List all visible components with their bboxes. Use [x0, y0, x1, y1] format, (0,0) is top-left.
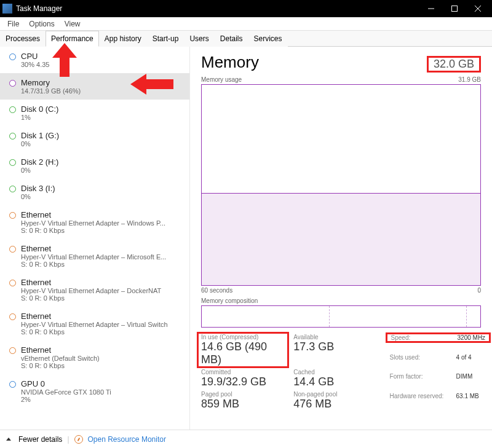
- sidebar-item-title: CPU: [21, 52, 183, 61]
- sidebar-item-gpu-0[interactable]: GPU 0NVIDIA GeForce GTX 1080 Ti2%: [0, 374, 189, 408]
- sidebar-item-title: Ethernet: [21, 244, 183, 253]
- open-resource-monitor-link[interactable]: Open Resource Monitor: [88, 435, 166, 444]
- menubar: File Options View: [0, 17, 492, 31]
- status-dot-icon: [9, 80, 16, 87]
- svg-rect-1: [452, 6, 458, 12]
- form-value: DIMM: [456, 373, 481, 391]
- status-dot-icon: [9, 246, 16, 253]
- performance-sidebar: CPU30% 4.35Memory14.7/31.9 GB (46%)Disk …: [0, 47, 190, 430]
- sidebar-item-ethernet[interactable]: EthernetHyper-V Virtual Ethernet Adapter…: [0, 239, 189, 273]
- available-value: 17.3 GB: [293, 340, 377, 353]
- separator: |: [67, 435, 69, 444]
- sidebar-item-sub: 0%: [21, 140, 183, 147]
- memory-total: 32.0 GB: [427, 56, 481, 73]
- sidebar-item-title: Ethernet: [21, 312, 183, 321]
- main: CPU30% 4.35Memory14.7/31.9 GB (46%)Disk …: [0, 47, 492, 430]
- usage-graph-max: 31.9 GB: [458, 76, 481, 83]
- form-label: Form factor:: [390, 373, 451, 391]
- slots-value: 4 of 4: [456, 354, 481, 372]
- sidebar-item-title: Ethernet: [21, 345, 183, 355]
- cached-value: 14.4 GB: [293, 375, 377, 388]
- sidebar-item-sub: 0%: [21, 193, 183, 200]
- status-dot-icon: [9, 381, 16, 388]
- sidebar-item-sub: Hyper-V Virtual Ethernet Adapter – Virtu…: [21, 321, 183, 328]
- paged-label: Paged pool: [201, 391, 285, 398]
- graph-x-right: 0: [477, 287, 481, 294]
- sidebar-item-sub2: 2%: [21, 396, 183, 403]
- sidebar-item-disk-3-i-[interactable]: Disk 3 (I:)0%: [0, 179, 189, 205]
- close-button[interactable]: [466, 0, 490, 17]
- tab-performance[interactable]: Performance: [46, 31, 99, 47]
- status-dot-icon: [9, 186, 16, 192]
- sidebar-item-title: Disk 1 (G:): [21, 131, 183, 140]
- tab-processes[interactable]: Processes: [0, 31, 46, 47]
- sidebar-item-title: Memory: [21, 78, 183, 87]
- fewer-details-link[interactable]: Fewer details: [18, 435, 62, 444]
- speed-label: Speed:: [391, 334, 453, 341]
- composition-available: [330, 306, 466, 327]
- sidebar-item-title: Ethernet: [21, 278, 183, 287]
- resource-monitor-icon: [74, 435, 83, 444]
- status-dot-icon: [9, 313, 16, 320]
- composition-inuse: [202, 306, 330, 327]
- titlebar: Task Manager: [0, 0, 492, 17]
- inuse-label: In use (Compressed): [201, 334, 285, 340]
- sidebar-item-disk-1-g-[interactable]: Disk 1 (G:)0%: [0, 126, 189, 152]
- hw-value: 63.1 MB: [456, 393, 481, 411]
- tabs: Processes Performance App history Start-…: [0, 31, 492, 47]
- tab-app-history[interactable]: App history: [99, 31, 147, 47]
- app-icon: [2, 4, 12, 14]
- status-dot-icon: [9, 280, 16, 286]
- sidebar-item-sub: vEthernet (Default Switch): [21, 355, 183, 362]
- sidebar-item-sub: 30% 4.35: [21, 61, 183, 68]
- sidebar-item-disk-2-h-[interactable]: Disk 2 (H:)0%: [0, 152, 189, 179]
- minimize-button[interactable]: [419, 0, 443, 17]
- page-title: Memory: [201, 53, 259, 72]
- sidebar-item-sub: Hyper-V Virtual Ethernet Adapter – Windo…: [21, 219, 183, 227]
- paged-value: 859 MB: [201, 398, 285, 411]
- footer: Fewer details | Open Resource Monitor: [0, 430, 492, 448]
- menu-view[interactable]: View: [60, 18, 85, 29]
- sidebar-item-title: Disk 0 (C:): [21, 104, 183, 114]
- status-dot-icon: [9, 212, 16, 219]
- sidebar-item-sub: 1%: [21, 114, 183, 121]
- sidebar-item-disk-0-c-[interactable]: Disk 0 (C:)1%: [0, 100, 189, 126]
- menu-options[interactable]: Options: [24, 18, 59, 29]
- tab-start-up[interactable]: Start-up: [147, 31, 184, 47]
- maximize-button[interactable]: [443, 0, 466, 17]
- sidebar-item-sub2: S: 0 R: 0 Kbps: [21, 294, 183, 302]
- status-dot-icon: [9, 347, 16, 354]
- sidebar-item-sub2: S: 0 R: 0 Kbps: [21, 227, 183, 234]
- tab-details[interactable]: Details: [215, 31, 248, 47]
- sidebar-item-memory[interactable]: Memory14.7/31.9 GB (46%): [0, 73, 189, 100]
- memory-details: Memory 32.0 GB Memory usage 31.9 GB 60 s…: [190, 47, 492, 430]
- status-dot-icon: [9, 106, 16, 113]
- sidebar-item-ethernet[interactable]: EthernetHyper-V Virtual Ethernet Adapter…: [0, 205, 189, 239]
- sidebar-item-cpu[interactable]: CPU30% 4.35: [0, 47, 189, 73]
- hw-label: Hardware reserved:: [390, 393, 451, 411]
- tab-services[interactable]: Services: [248, 31, 287, 47]
- memory-usage-fill: [202, 193, 480, 285]
- available-label: Available: [293, 334, 377, 340]
- sidebar-item-title: GPU 0: [21, 379, 183, 388]
- committed-value: 19.9/32.9 GB: [201, 375, 285, 388]
- sidebar-item-sub: NVIDIA GeForce GTX 1080 Ti: [21, 388, 183, 396]
- composition-label: Memory composition: [201, 297, 481, 304]
- inuse-value: 14.6 GB (490 MB): [201, 340, 285, 366]
- slots-label: Slots used:: [390, 354, 451, 372]
- composition-reserved: [466, 306, 480, 327]
- sidebar-item-sub2: S: 0 R: 0 Kbps: [21, 261, 183, 268]
- sidebar-item-ethernet[interactable]: EthernetHyper-V Virtual Ethernet Adapter…: [0, 273, 189, 307]
- status-dot-icon: [9, 159, 16, 166]
- titlebar-text: Task Manager: [16, 4, 419, 13]
- sidebar-item-ethernet[interactable]: EthernetvEthernet (Default Switch)S: 0 R…: [0, 340, 189, 374]
- memory-usage-graph[interactable]: [201, 84, 481, 286]
- cached-label: Cached: [293, 369, 377, 375]
- sidebar-item-sub: Hyper-V Virtual Ethernet Adapter – Micro…: [21, 253, 183, 261]
- sidebar-item-ethernet[interactable]: EthernetHyper-V Virtual Ethernet Adapter…: [0, 307, 189, 340]
- sidebar-item-sub2: S: 0 R: 0 Kbps: [21, 328, 183, 336]
- menu-file[interactable]: File: [2, 18, 24, 29]
- tab-users[interactable]: Users: [184, 31, 214, 47]
- memory-composition-bar[interactable]: [201, 305, 481, 328]
- status-dot-icon: [9, 53, 16, 60]
